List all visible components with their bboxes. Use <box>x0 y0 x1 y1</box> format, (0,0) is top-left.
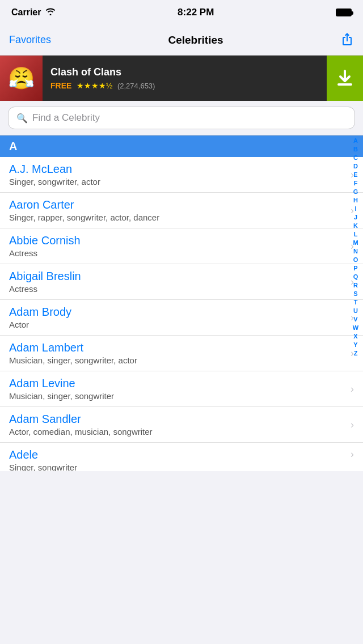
status-time: 8:22 PM <box>178 7 214 18</box>
status-left: Carrier <box>11 7 56 18</box>
list-item-content: Adam Levine Musician, singer, songwriter <box>9 377 351 401</box>
alpha-j[interactable]: J <box>351 213 361 221</box>
list-item[interactable]: Adam Brody Actor › <box>0 300 363 336</box>
alpha-d[interactable]: D <box>351 162 361 170</box>
alpha-l[interactable]: L <box>351 230 361 238</box>
alpha-r[interactable]: R <box>351 281 361 289</box>
status-bar: Carrier 8:22 PM <box>0 0 363 25</box>
search-input[interactable]: Find a Celebrity <box>32 112 100 124</box>
list-item[interactable]: A.J. McLean Singer, songwriter, actor › <box>0 157 363 193</box>
list-item-content: Abbie Cornish Actress <box>9 234 351 258</box>
ad-download-button[interactable] <box>327 56 363 101</box>
celebrity-desc: Actress <box>9 248 351 258</box>
ad-stars: ★★★★½ <box>77 81 113 90</box>
alpha-y[interactable]: Y <box>351 341 361 349</box>
alpha-p[interactable]: P <box>351 264 361 272</box>
alpha-f[interactable]: F <box>351 179 361 187</box>
battery-icon <box>336 9 352 16</box>
alpha-x[interactable]: X <box>351 332 361 340</box>
celebrity-desc: Actress <box>9 284 351 294</box>
alpha-a[interactable]: A <box>351 137 361 145</box>
partial-item-name: Adele <box>9 448 351 461</box>
favorites-button[interactable]: Favorites <box>9 34 51 46</box>
celebrity-name: Abbie Cornish <box>9 234 351 247</box>
ad-content: Clash of Clans FREE ★★★★½ (2,274,653) <box>43 61 327 96</box>
ad-free-label: FREE <box>50 81 71 90</box>
search-icon: 🔍 <box>16 113 28 124</box>
list-item-content: Adam Brody Actor <box>9 306 351 329</box>
ad-banner[interactable]: 😤 Clash of Clans FREE ★★★★½ (2,274,653) <box>0 56 363 101</box>
celebrity-name: Abigail Breslin <box>9 270 351 283</box>
celebrity-name: Adam Levine <box>9 377 351 390</box>
list-item[interactable]: Abbie Cornish Actress › <box>0 228 363 264</box>
alpha-e[interactable]: E <box>351 171 361 179</box>
alpha-n[interactable]: N <box>351 247 361 255</box>
nav-bar: Favorites Celebrities <box>0 25 363 56</box>
alpha-o[interactable]: O <box>351 256 361 264</box>
celebrity-desc: Musician, singer, songwriter <box>9 391 351 401</box>
section-letter: A <box>9 140 17 153</box>
wifi-icon <box>45 7 56 18</box>
alpha-v[interactable]: V <box>351 315 361 323</box>
alpha-s[interactable]: S <box>351 290 361 298</box>
celebrity-name: Aaron Carter <box>9 198 351 211</box>
alpha-q[interactable]: Q <box>351 273 361 281</box>
alpha-g[interactable]: G <box>351 188 361 196</box>
list-item-content: Adam Lambert Musician, singer, songwrite… <box>9 341 351 365</box>
alpha-h[interactable]: H <box>351 196 361 204</box>
partial-item-desc: Singer, songwriter <box>9 463 351 471</box>
celebrity-name: Adam Brody <box>9 306 351 319</box>
list-item[interactable]: Adam Sandler Actor, comedian, musician, … <box>0 407 363 443</box>
status-right <box>336 9 352 16</box>
list-item[interactable]: Adam Lambert Musician, singer, songwrite… <box>0 336 363 371</box>
svg-rect-0 <box>337 83 352 86</box>
celebrity-desc: Actor <box>9 320 351 329</box>
list-item-content: Aaron Carter Singer, rapper, songwriter,… <box>9 198 351 222</box>
ad-rating-count: (2,274,653) <box>117 82 155 90</box>
share-button[interactable] <box>340 32 354 48</box>
page-title: Celebrities <box>168 34 223 46</box>
ad-icon: 😤 <box>0 56 43 101</box>
celebrity-desc: Actor, comedian, musician, songwriter <box>9 427 351 437</box>
list-item-partial[interactable]: Adele Singer, songwriter › <box>0 443 363 471</box>
celebrity-desc: Singer, rapper, songwriter, actor, dance… <box>9 213 351 222</box>
section-header-a: A <box>0 135 363 157</box>
list-items-container: A.J. McLean Singer, songwriter, actor › … <box>0 157 363 443</box>
ad-meta: FREE ★★★★½ (2,274,653) <box>50 80 319 91</box>
search-bar[interactable]: 🔍 Find a Celebrity <box>8 107 355 129</box>
celebrity-desc: Singer, songwriter, actor <box>9 177 351 187</box>
battery-fill <box>337 10 351 15</box>
list-item[interactable]: Abigail Breslin Actress › <box>0 264 363 300</box>
alpha-u[interactable]: U <box>351 307 361 315</box>
alpha-i[interactable]: I <box>351 205 361 213</box>
alpha-b[interactable]: B <box>351 145 361 153</box>
alpha-t[interactable]: T <box>351 298 361 306</box>
carrier-label: Carrier <box>11 7 41 18</box>
celebrity-name: Adam Sandler <box>9 413 351 426</box>
list-item-content: Adam Sandler Actor, comedian, musician, … <box>9 413 351 437</box>
ad-title: Clash of Clans <box>50 66 319 78</box>
list-item[interactable]: Adam Levine Musician, singer, songwriter… <box>0 371 363 407</box>
alpha-c[interactable]: C <box>351 154 361 162</box>
list-item[interactable]: Aaron Carter Singer, rapper, songwriter,… <box>0 193 363 228</box>
celebrity-name: A.J. McLean <box>9 163 351 176</box>
alpha-m[interactable]: M <box>351 239 361 247</box>
alpha-w[interactable]: W <box>351 324 361 332</box>
alphabet-sidebar[interactable]: ABCDEFGHIJKLMNOPQRSTUVWXYZ <box>351 135 361 471</box>
celebrity-name: Adam Lambert <box>9 341 351 354</box>
celebrity-desc: Musician, singer, songwriter, actor <box>9 355 351 365</box>
celebrity-list: A A.J. McLean Singer, songwriter, actor … <box>0 135 363 471</box>
search-container: 🔍 Find a Celebrity <box>0 101 363 135</box>
partial-item-content: Adele Singer, songwriter <box>9 448 351 471</box>
alpha-k[interactable]: K <box>351 222 361 230</box>
list-item-content: Abigail Breslin Actress <box>9 270 351 294</box>
alpha-z[interactable]: Z <box>351 349 361 357</box>
list-item-content: A.J. McLean Singer, songwriter, actor <box>9 163 351 187</box>
